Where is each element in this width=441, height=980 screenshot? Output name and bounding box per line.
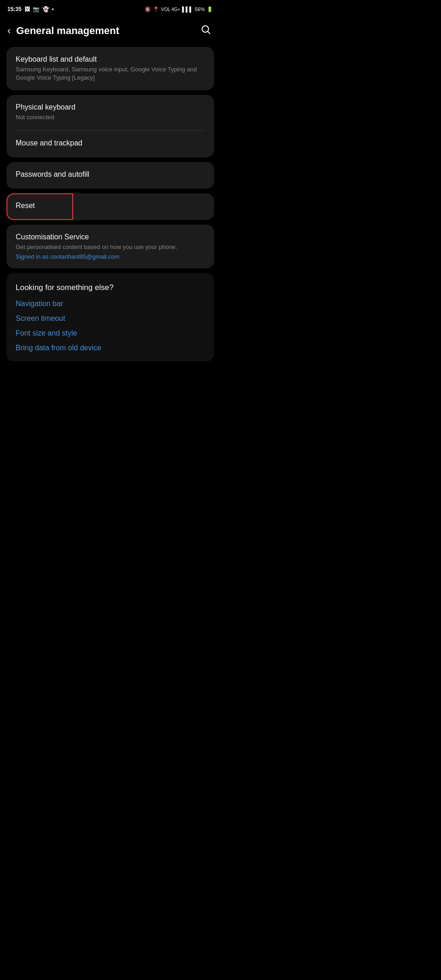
location-icon: 📍 — [153, 6, 159, 12]
keyboard-list-card[interactable]: Keyboard list and default Samsung Keyboa… — [6, 47, 214, 90]
settings-list: Keyboard list and default Samsung Keyboa… — [0, 47, 220, 268]
reset-card[interactable]: Reset — [6, 193, 214, 220]
back-button[interactable]: ‹ — [7, 25, 11, 37]
customisation-signed-in: Signed in as coolarihant95@gmail.com — [16, 253, 205, 260]
signal-icon: ▌▌▌ — [182, 6, 193, 12]
physical-keyboard-item[interactable]: Physical keyboard Not connected — [6, 95, 214, 130]
status-time: 15:35 — [7, 6, 22, 12]
keyboard-list-title: Keyboard list and default — [16, 55, 205, 64]
physical-keyboard-subtitle: Not connected — [16, 113, 205, 122]
mouse-trackpad-title: Mouse and trackpad — [16, 139, 205, 147]
font-size-style-link[interactable]: Font size and style — [16, 329, 205, 337]
dot-icon: • — [52, 6, 54, 12]
header-left: ‹ General management — [7, 25, 119, 37]
svg-point-0 — [202, 26, 209, 32]
customisation-service-subtitle: Get personalised content based on how yo… — [16, 243, 205, 251]
search-button[interactable] — [200, 24, 211, 38]
snapchat-icon: 👻 — [42, 6, 49, 12]
keyboard-mouse-group: Physical keyboard Not connected Mouse an… — [6, 95, 214, 157]
gallery-icon: 🖼 — [24, 6, 30, 12]
bring-data-link[interactable]: Bring data from old device — [16, 344, 205, 352]
customisation-service-title: Customisation Service — [16, 233, 205, 241]
header: ‹ General management — [0, 17, 220, 47]
mouse-trackpad-item[interactable]: Mouse and trackpad — [6, 131, 214, 157]
reset-title: Reset — [16, 202, 205, 210]
passwords-autofill-title: Passwords and autofill — [16, 170, 205, 179]
status-bar: 15:35 🖼 📷 👻 • 🔇 📍 VOL 4G+ ▌▌▌ 56% 🔋 — [0, 0, 220, 17]
status-bar-left: 15:35 🖼 📷 👻 • — [7, 6, 54, 12]
customisation-service-card[interactable]: Customisation Service Get personalised c… — [6, 225, 214, 268]
passwords-autofill-card[interactable]: Passwords and autofill — [6, 162, 214, 189]
navigation-bar-link[interactable]: Navigation bar — [16, 300, 205, 308]
keyboard-list-subtitle: Samsung Keyboard, Samsung voice input, G… — [16, 65, 205, 82]
battery-icon: 🔋 — [207, 6, 213, 12]
battery-percent: 56% — [195, 6, 205, 12]
page-title: General management — [16, 25, 119, 37]
mute-icon: 🔇 — [145, 6, 151, 12]
status-bar-right: 🔇 📍 VOL 4G+ ▌▌▌ 56% 🔋 — [145, 6, 213, 12]
instagram-icon: 📷 — [33, 6, 40, 12]
screen-timeout-link[interactable]: Screen timeout — [16, 314, 205, 323]
network-icon: VOL 4G+ — [161, 7, 180, 12]
svg-line-1 — [208, 32, 210, 34]
physical-keyboard-title: Physical keyboard — [16, 103, 205, 111]
looking-section-title: Looking for something else? — [16, 283, 205, 292]
looking-for-something-section: Looking for something else? Navigation b… — [6, 273, 214, 361]
